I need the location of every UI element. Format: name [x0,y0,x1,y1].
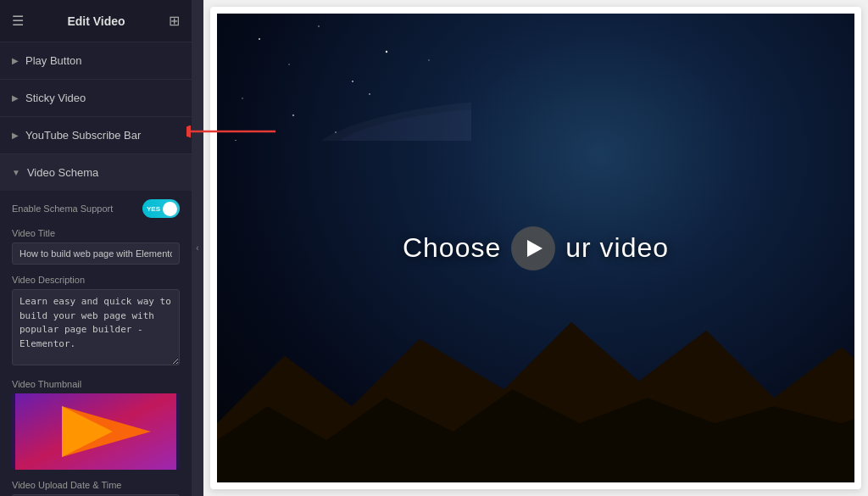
chevron-icon-video-schema [12,168,20,177]
svg-point-13 [288,64,290,65]
svg-point-34 [327,107,471,141]
video-desc-label: Video Description [12,275,180,285]
enable-schema-label: Enable Schema Support [12,203,113,214]
sidebar: ☰ Edit Video ⊞ Play Button Sticky Video … [0,0,192,496]
svg-point-5 [386,51,387,53]
video-preview[interactable]: Choose ur video [217,14,854,482]
upload-datetime-label: Video Upload Date & Time [12,480,180,490]
sticky-video-header[interactable]: Sticky Video [0,80,192,116]
sidebar-header: ☰ Edit Video ⊞ [0,0,192,42]
toggle-knob [163,202,177,216]
collapse-sidebar-tab[interactable]: ‹ [192,0,203,496]
video-center-text: Choose ur video [403,226,669,270]
section-video-schema: Video Schema Enable Schema Support YES V… [0,154,192,496]
chevron-icon-youtube [12,131,19,140]
enable-schema-toggle[interactable]: YES [142,199,180,218]
svg-point-21 [242,98,243,99]
sidebar-title: Edit Video [67,14,125,28]
youtube-subscribe-label: YouTube Subscribe Bar [25,129,141,142]
video-schema-header[interactable]: Video Schema [0,154,192,191]
video-desc-row: Video Description Learn easy and quick w… [12,275,180,369]
thumbnail-image [12,393,180,470]
main-area-wrapper: Choose ur video [203,0,868,496]
hamburger-icon[interactable]: ☰ [12,13,24,29]
video-title-label: Video Title [12,228,180,238]
youtube-subscribe-header[interactable]: YouTube Subscribe Bar [0,117,192,153]
video-thumbnail-label: Video Thumbnail [12,379,180,389]
choose-text-after: ur video [565,232,669,264]
video-schema-label: Video Schema [27,166,98,179]
sticky-video-label: Sticky Video [25,92,86,104]
video-thumbnail-row: Video Thumbnail [12,379,180,470]
toggle-yes-text: YES [147,205,160,213]
chevron-icon-sticky-video [12,93,19,103]
svg-point-23 [369,93,370,95]
svg-point-28 [235,140,236,141]
play-button-label: Play Button [25,54,82,67]
svg-point-3 [259,38,260,40]
play-triangle-icon [527,240,542,257]
svg-point-4 [318,25,320,27]
video-title-row: Video Title [12,228,180,265]
choose-text-before: Choose [403,232,501,264]
video-thumbnail-box[interactable] [12,393,180,470]
svg-point-22 [292,114,294,116]
mountain-silhouette [217,271,854,482]
upload-datetime-row: Video Upload Date & Time [12,480,180,496]
play-button-circle[interactable] [511,226,555,270]
grid-icon[interactable]: ⊞ [169,13,180,29]
section-sticky-video: Sticky Video [0,80,192,117]
video-desc-textarea[interactable]: Learn easy and quick way to build your w… [12,289,180,365]
schema-content: Enable Schema Support YES Video Title Vi… [0,191,192,496]
enable-schema-row: Enable Schema Support YES [12,199,180,218]
section-youtube-subscribe: YouTube Subscribe Bar [0,117,192,154]
main-content: Choose ur video [210,7,861,489]
stars-background [217,14,471,141]
svg-point-15 [428,59,429,60]
section-play-button: Play Button [0,42,192,80]
chevron-icon-play-button [12,56,19,65]
video-title-input[interactable] [12,242,180,265]
svg-point-14 [352,81,353,82]
play-button-header[interactable]: Play Button [0,42,192,79]
